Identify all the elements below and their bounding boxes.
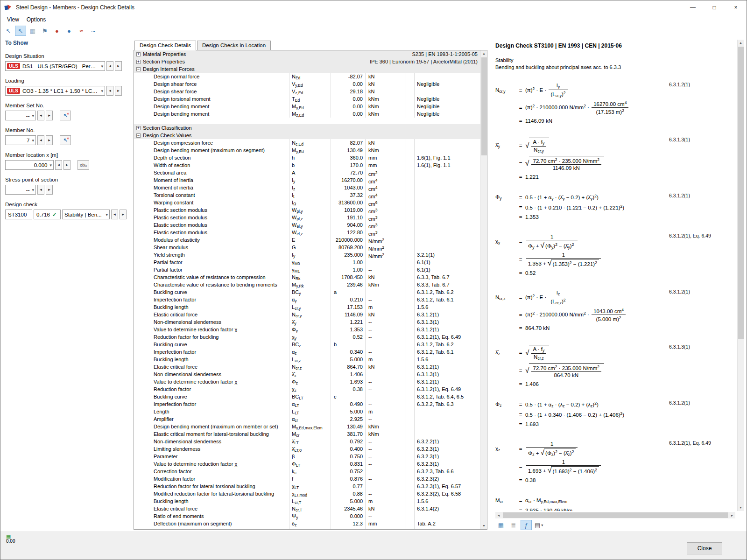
maximize-icon[interactable]: □: [704, 0, 725, 14]
next-design-check-button[interactable]: ▸: [120, 210, 127, 219]
pick-member-button[interactable]: ↖ ×: [60, 135, 71, 145]
table-row[interactable]: Value to determine reduction factor χΦy1…: [134, 326, 480, 333]
close-button[interactable]: Close: [687, 542, 722, 554]
table-row[interactable]: Amplifierαcr2.925--: [134, 415, 480, 423]
table-row[interactable]: Imperfection factorαz0.340--6.3.1.2, Tab…: [134, 348, 480, 356]
table-row[interactable]: Characteristic value of resistance to be…: [134, 281, 480, 288]
table-row[interactable]: Correction factorkc0.752--6.3.2.3, Tab. …: [134, 468, 480, 475]
scrollbar-thumb[interactable]: [738, 47, 744, 339]
table-row[interactable]: Reduction factor for lateral-torsional b…: [134, 483, 480, 490]
scroll-up-icon[interactable]: ▲: [481, 50, 487, 57]
prev-member-button[interactable]: ◂: [37, 135, 44, 145]
design-situation-select[interactable]: ULS DS1 - ULS (STR/GEO) - Permanent ... …: [5, 61, 105, 71]
table-row[interactable]: Elastic section modulusWel,y904.00cm3: [134, 221, 480, 229]
table-row[interactable]: Modified reduction factor for lateral-to…: [134, 490, 480, 497]
table-row[interactable]: Plastic section modulusWpl,y1019.00cm3: [134, 206, 480, 214]
table-row[interactable]: Design bending momentMz,Ed0.00kNmNegligi…: [134, 110, 480, 118]
table-scrollbar[interactable]: ▲ ▼: [480, 50, 487, 529]
scroll-left-icon[interactable]: ◄: [495, 514, 502, 517]
prev-loading-button[interactable]: ◂: [106, 86, 113, 96]
next-loading-button[interactable]: ▸: [115, 86, 122, 96]
table-row[interactable]: Yield strengthfy235.000N/mm23.2.1(1): [134, 251, 480, 259]
menu-view[interactable]: View: [3, 15, 23, 24]
expand-icon[interactable]: +: [136, 60, 141, 64]
scroll-right-icon[interactable]: ►: [729, 514, 735, 517]
close-icon[interactable]: ×: [725, 0, 747, 14]
prev-location-button[interactable]: ◂: [55, 160, 62, 170]
table-row[interactable]: Elastic critical moment for lateral-tors…: [134, 430, 480, 438]
member-set-select[interactable]: -- ▾: [5, 111, 36, 120]
tab-design-check-details[interactable]: Design Check Details: [134, 41, 196, 50]
table-row[interactable]: Value to determine reduction factor χΦLT…: [134, 460, 480, 468]
stress-point-select[interactable]: -- ▾: [5, 185, 36, 195]
table-row[interactable]: Value to determine reduction factor χΦz1…: [134, 378, 480, 385]
member-location-input[interactable]: 0.000 ▾: [5, 160, 54, 170]
table-row[interactable]: Depth of sectionh360.0mm1.6(1), Fig. 1.1: [134, 154, 480, 161]
table-row[interactable]: Partial factorγM11.00--6.1(1): [134, 266, 480, 273]
expand-icon[interactable]: +: [136, 126, 141, 130]
section-row[interactable]: −Design Internal Forces: [134, 65, 480, 73]
table-row[interactable]: Elastic critical forceNcr,y1146.09kN6.3.…: [134, 311, 480, 318]
section-row[interactable]: +Section PropertiesIPE 360 | Euronorm 19…: [134, 58, 480, 65]
prev-member-set-button[interactable]: ◂: [37, 111, 44, 120]
table-row[interactable]: Moment of inertiaIz1043.00cm4: [134, 184, 480, 191]
next-member-set-button[interactable]: ▸: [46, 111, 53, 120]
scroll-down-icon[interactable]: ▼: [738, 504, 744, 511]
stress-points-icon[interactable]: ⚑: [39, 26, 50, 36]
tab-design-checks-in-location[interactable]: Design Checks in Location: [197, 41, 271, 50]
table-row[interactable]: Design bending moment (maximum on segmen…: [134, 147, 480, 154]
table-row[interactable]: Design normal forceNEd-82.07kN: [134, 73, 480, 80]
select-object-icon[interactable]: ↖: [15, 26, 26, 36]
report-scrollbar[interactable]: ▲ ▼: [737, 40, 744, 511]
list-view-icon[interactable]: ≣: [508, 520, 519, 530]
scroll-down-icon[interactable]: ▼: [481, 523, 487, 529]
prev-design-situation-button[interactable]: ◂: [106, 61, 113, 71]
next-design-situation-button[interactable]: ▸: [115, 61, 122, 71]
table-row[interactable]: Buckling lengthLcr,z5.000m1.5.6: [134, 356, 480, 363]
table-row[interactable]: Limiting slendernessλ̄LT,00.400--6.3.2.3…: [134, 445, 480, 453]
prev-design-check-button[interactable]: ◂: [111, 210, 118, 219]
table-row[interactable]: Ratio of end momentsΨy0.000--: [134, 512, 480, 520]
table-row[interactable]: Partial factorγM01.00--6.1(1): [134, 259, 480, 266]
section-row[interactable]: +Section Classification: [134, 124, 480, 132]
expand-icon[interactable]: +: [136, 52, 141, 56]
select-arrow-icon[interactable]: ↖: [3, 26, 14, 36]
minimize-icon[interactable]: —: [682, 0, 704, 14]
scrollbar-thumb[interactable]: [481, 57, 487, 155]
table-row[interactable]: LengthLLT5.000m: [134, 408, 480, 415]
relations-icon[interactable]: ∼: [88, 26, 99, 36]
table-row[interactable]: Warping constantIΩ313600.00cm6: [134, 199, 480, 206]
table-row[interactable]: Design bending momentMy,Ed0.00kNmNegligi…: [134, 103, 480, 110]
x-x0-button[interactable]: x/x₀: [78, 160, 89, 170]
table-row[interactable]: Width of sectionb170.0mm1.6(1), Fig. 1.1: [134, 161, 480, 169]
table-row[interactable]: Design shear forceVy,Ed0.00kNNegligible: [134, 80, 480, 88]
table-row[interactable]: Buckling curveBCLTc6.3.1.2, Tab. 6.4, 6.…: [134, 393, 480, 400]
table-row[interactable]: Buckling lengthLcr,T5.000m1.5.6: [134, 497, 480, 505]
table-row[interactable]: Reduction factorχz0.38--6.3.1.2(1), Eq. …: [134, 385, 480, 393]
table-row[interactable]: Moment of inertiaIy16270.00cm4: [134, 176, 480, 184]
table-row[interactable]: Design torsional momentTEd0.00kNmNegligi…: [134, 95, 480, 103]
table-row[interactable]: Sectional areaA72.70cm2: [134, 169, 480, 176]
table-row[interactable]: Plastic section modulusWpl,z191.10cm3: [134, 214, 480, 221]
collapse-icon[interactable]: −: [136, 67, 141, 71]
table-row[interactable]: Non-dimensional slendernessλ̄LT0.792--6.…: [134, 438, 480, 445]
table-row[interactable]: Non-dimensional slendernessλ̄z1.406--6.3…: [134, 371, 480, 378]
table-row[interactable]: Shear modulusG80769.200N/mm2: [134, 244, 480, 251]
table-row[interactable]: Reduction factor for bucklingχy0.52--6.3…: [134, 333, 480, 341]
report-h-scrollbar[interactable]: ◄ ►: [495, 512, 735, 518]
table-row[interactable]: Elastic critical forceNcr,z864.70kN6.3.1…: [134, 363, 480, 371]
menu-options[interactable]: Options: [23, 15, 49, 24]
design-check-type-select[interactable]: Stability | Ben... ▾: [62, 210, 110, 219]
table-row[interactable]: Modulus of elasticityE210000.000N/mm2: [134, 236, 480, 244]
scroll-up-icon[interactable]: ▲: [738, 40, 744, 46]
table-row[interactable]: Design compression forceNc,Ed82.07kN: [134, 139, 480, 147]
section-row[interactable]: −Design Check Values: [134, 132, 480, 139]
result-diagram-icon[interactable]: ≈: [76, 26, 87, 36]
part-numbers-icon[interactable]: ●: [51, 26, 63, 36]
table-row[interactable]: Buckling curveBCya6.3.1.2, Tab. 6.2: [134, 288, 480, 296]
table-row[interactable]: Imperfection factorαy0.210--6.3.1.2, Tab…: [134, 296, 480, 303]
member-no-select[interactable]: 7 ▾: [5, 135, 36, 145]
next-stress-point-button[interactable]: ▸: [46, 185, 53, 195]
table-row[interactable]: Design shear forceVz,Ed29.18kN: [134, 88, 480, 95]
table-row[interactable]: Modification factorf0.876--6.3.2.3(2): [134, 475, 480, 483]
